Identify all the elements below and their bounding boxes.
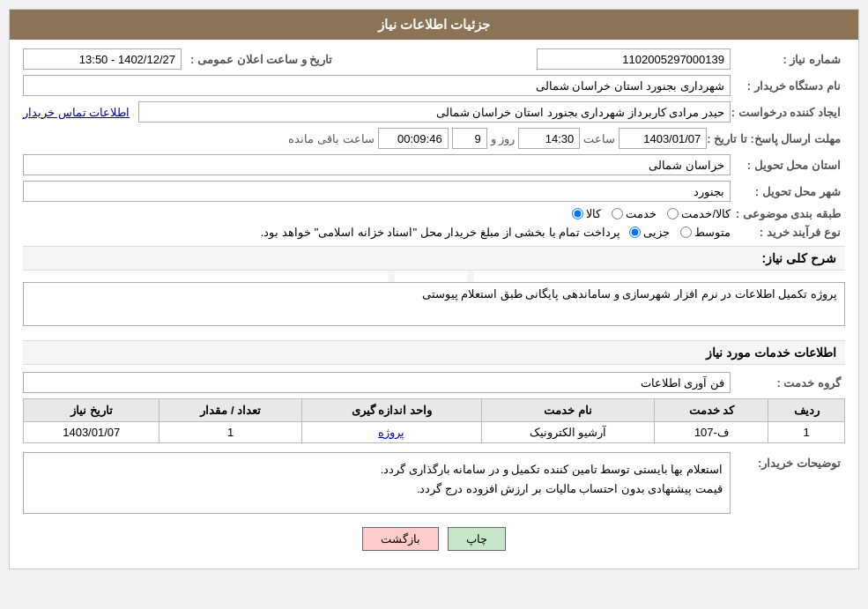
deadline-date-box: 1403/01/07 [619, 128, 707, 149]
page-header: جزئیات اطلاعات نیاز [10, 10, 858, 40]
deadline-time-value: 14:30 [545, 132, 575, 145]
creator-label: ایجاد کننده درخواست : [731, 106, 845, 119]
buyer-notes-row: توضیحات خریدار: استعلام بها بایستی توسط … [23, 452, 845, 514]
category-radio-goods-services[interactable] [667, 208, 679, 219]
buyer-box: شهرداری بجنورد استان خراسان شمالی [23, 75, 731, 96]
deadline-row: مهلت ارسال پاسخ: تا تاریخ : 1403/01/07 س… [23, 128, 845, 149]
creator-row: ایجاد کننده درخواست : حیدر مرادی کاربردا… [23, 101, 845, 123]
col-row-num: ردیف [768, 399, 845, 422]
category-option-goods[interactable]: کالا [572, 207, 601, 220]
buyer-notes-label: توضیحات خریدار: [731, 452, 845, 470]
buyer-notes-line1: استعلام بها بایستی توسط تامین کننده تکمی… [31, 460, 723, 479]
purchase-type-note: پرداخت تمام یا بخشی از مبلغ خریدار محل "… [261, 226, 620, 239]
page-title: جزئیات اطلاعات نیاز [378, 17, 490, 32]
purchase-type-option-medium[interactable]: متوسط [680, 226, 731, 239]
days-value: 9 [474, 132, 480, 145]
province-row: استان محل تحویل : خراسان شمالی [23, 154, 845, 175]
print-button[interactable]: چاپ [448, 527, 506, 551]
public-announce-box: 1402/12/27 - 13:50 [23, 48, 182, 70]
category-label: طبقه بندی موضوعی : [731, 207, 845, 220]
city-label: شهر محل تحویل : [731, 185, 845, 198]
cell-service-code: ف-107 [655, 422, 768, 443]
cell-row-num: 1 [768, 422, 845, 443]
description-text: پروژه تکمیل اطلاعات در نرم افزار شهرسازی… [422, 287, 837, 301]
city-box: بجنورد [23, 181, 731, 202]
remaining-box: 00:09:46 [378, 128, 449, 149]
purchase-type-row: نوع فرآیند خرید : متوسط جزیی پرداخت تمام… [23, 226, 845, 239]
days-label: روز و [491, 132, 516, 145]
buyer-notes-box: استعلام بها بایستی توسط تامین کننده تکمی… [23, 452, 731, 514]
province-box: خراسان شمالی [23, 154, 731, 175]
cell-quantity: 1 [160, 422, 301, 443]
back-button[interactable]: بازگشت [362, 527, 439, 551]
category-option-service[interactable]: خدمت [612, 207, 657, 220]
need-number-row: شماره نیاز : 1102005297000139 تاریخ و سا… [23, 48, 845, 70]
category-row: طبقه بندی موضوعی : کالا/خدمت خدمت کالا [23, 207, 845, 220]
need-number-value: 1102005297000139 [622, 53, 724, 66]
service-group-label: گروه خدمت : [731, 376, 845, 390]
table-row: 1 ف-107 آرشیو الکترونیک پروژه 1 1403/01/… [24, 422, 845, 443]
province-value: خراسان شمالی [649, 159, 724, 172]
buyer-value: شهرداری بجنورد استان خراسان شمالی [536, 79, 724, 93]
purchase-type-medium-label: متوسط [694, 226, 731, 239]
purchase-type-label: نوع فرآیند خرید : [731, 226, 845, 239]
purchase-type-radio-minor[interactable] [629, 227, 641, 238]
need-number-label: شماره نیاز : [731, 53, 845, 66]
purchase-type-radio-medium[interactable] [680, 227, 692, 238]
remaining-label: ساعت باقی مانده [288, 132, 374, 145]
buyer-label: نام دستگاه خریدار : [731, 79, 845, 93]
purchase-type-radio-group: متوسط جزیی [629, 226, 731, 239]
public-announce-value: 1402/12/27 - 13:50 [79, 53, 175, 66]
creator-value: حیدر مرادی کاربرداز شهرداری بجنورد استان… [436, 106, 724, 119]
category-goods-services-label: کالا/خدمت [681, 207, 731, 220]
description-text-box: پروژه تکمیل اطلاعات در نرم افزار شهرسازی… [23, 282, 845, 326]
service-group-value: فن آوری اطلاعات [641, 376, 724, 390]
public-announce-label: تاریخ و ساعت اعلان عمومی : [190, 53, 337, 66]
deadline-time-box: 14:30 [518, 128, 580, 149]
days-box: 9 [452, 128, 487, 149]
service-group-box: فن آوری اطلاعات [23, 372, 731, 393]
category-option-goods-services[interactable]: کالا/خدمت [667, 207, 731, 220]
remaining-value: 00:09:46 [397, 132, 442, 145]
services-table: ردیف کد خدمت نام خدمت واحد اندازه گیری ت… [23, 398, 845, 443]
service-group-row: گروه خدمت : فن آوری اطلاعات [23, 372, 845, 393]
cell-date: 1403/01/07 [24, 422, 160, 443]
col-unit: واحد اندازه گیری [301, 399, 481, 422]
deadline-date-time: 1403/01/07 ساعت 14:30 روز و 9 00:09:46 س… [288, 128, 707, 149]
buyer-row: نام دستگاه خریدار : شهرداری بجنورد استان… [23, 75, 845, 96]
cell-unit[interactable]: پروژه [301, 422, 481, 443]
col-date: تاریخ نیاز [24, 399, 160, 422]
city-row: شهر محل تحویل : بجنورد [23, 181, 845, 202]
description-content: پروژه تکمیل اطلاعات در نرم افزار شهرسازی… [23, 278, 845, 333]
need-number-box: 1102005297000139 [537, 48, 731, 70]
deadline-date-value: 1403/01/07 [643, 132, 701, 145]
col-service-name: نام خدمت [481, 399, 655, 422]
services-table-header-row: ردیف کد خدمت نام خدمت واحد اندازه گیری ت… [24, 399, 845, 422]
category-radio-group: کالا/خدمت خدمت کالا [572, 207, 731, 220]
time-label: ساعت [583, 132, 615, 145]
col-quantity: تعداد / مقدار [160, 399, 301, 422]
description-section-title: شرح کلی نیاز: [762, 251, 836, 265]
cell-service-name: آرشیو الکترونیک [481, 422, 655, 443]
category-radio-service[interactable] [612, 208, 623, 219]
services-section-title: اطلاعات خدمات مورد نیاز [706, 345, 836, 360]
description-section-header: شرح کلی نیاز: [23, 246, 845, 271]
category-goods-label: کالا [586, 207, 601, 220]
buyer-notes-line2: قیمت پیشنهادی بدون احتساب مالیات بر ارزش… [31, 479, 723, 499]
creator-box: حیدر مرادی کاربرداز شهرداری بجنورد استان… [138, 101, 731, 123]
buttons-row: چاپ بازگشت [23, 527, 845, 551]
services-section-header: اطلاعات خدمات مورد نیاز [23, 340, 845, 365]
category-service-label: خدمت [626, 207, 657, 220]
province-label: استان محل تحویل : [731, 159, 845, 172]
purchase-type-minor-label: جزیی [643, 226, 670, 239]
purchase-type-option-minor[interactable]: جزیی [629, 226, 670, 239]
contact-link[interactable]: اطلاعات تماس خریدار [23, 106, 130, 119]
city-value: بجنورد [694, 185, 724, 198]
deadline-label: مهلت ارسال پاسخ: تا تاریخ : [707, 132, 845, 145]
category-radio-goods[interactable] [572, 208, 583, 219]
col-service-code: کد خدمت [655, 399, 768, 422]
